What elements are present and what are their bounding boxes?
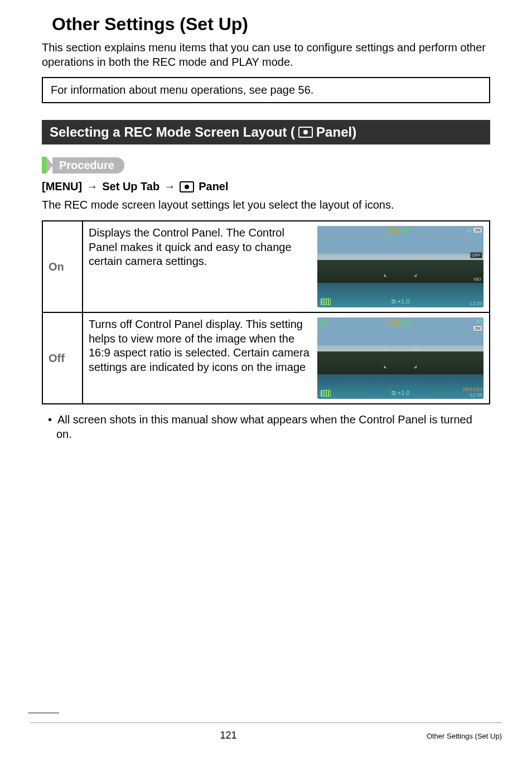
ev-icon: ⧉ bbox=[391, 298, 396, 305]
ev-indicator: ⧉ +1.0 bbox=[391, 389, 410, 397]
shot-count: 62 bbox=[477, 319, 482, 324]
ev-indicator: ⧉ +1.0 bbox=[391, 298, 410, 305]
size-badge: 2M bbox=[473, 227, 482, 233]
page-footer: 121 Other Settings (Set Up) bbox=[0, 722, 532, 757]
rec-panel-icon bbox=[180, 181, 194, 192]
settings-table: On Displays the Control Panel. The Contr… bbox=[42, 220, 490, 404]
procedure-steps: [MENU] → Set Up Tab → Panel bbox=[42, 180, 490, 193]
rec-panel-icon bbox=[298, 127, 313, 138]
procedure-label: Procedure bbox=[52, 157, 124, 173]
procedure-accent bbox=[42, 157, 46, 173]
procedure-menu: [MENU] bbox=[42, 180, 82, 193]
camera-icon: ◉ bbox=[389, 320, 399, 327]
date-label: 08/12/24 bbox=[463, 387, 482, 392]
camera-screenshot-on: ◉ ⊕ ⌜⌝⌞⌟ 62 2M OFF ISO bbox=[317, 226, 483, 307]
ev-icon: ⧉ bbox=[391, 389, 396, 396]
section-header-prefix: Selecting a REC Mode Screen Layout ( bbox=[50, 124, 295, 140]
row-text-off: Turns off Control Panel display. This se… bbox=[89, 317, 309, 399]
focus-brackets-icon: ⌜⌝⌞⌟ bbox=[384, 347, 417, 369]
footer-section-label: Other Settings (Set Up) bbox=[427, 732, 502, 740]
section-header-suffix: Panel) bbox=[316, 124, 356, 140]
arrow-icon: → bbox=[86, 180, 98, 193]
procedure-panel: Panel bbox=[199, 180, 228, 193]
flash-off-badge: OFF bbox=[470, 252, 482, 258]
bottom-left-icons bbox=[321, 298, 331, 305]
film-icon bbox=[321, 298, 331, 305]
camera-icon: ◉ bbox=[389, 228, 399, 236]
section-header: Selecting a REC Mode Screen Layout ( Pan… bbox=[42, 120, 490, 144]
mode-icon: ⊕ bbox=[402, 320, 412, 327]
row-text-on: Displays the Control Panel. The Control … bbox=[89, 226, 309, 307]
mode-icon: ⊕ bbox=[402, 228, 412, 236]
page-title: Other Settings (Set Up) bbox=[52, 14, 490, 35]
control-panel-strip: 62 2M OFF ISO 12:38 bbox=[463, 227, 482, 306]
page-number: 121 bbox=[30, 730, 427, 741]
table-row: Off Turns off Control Panel display. Thi… bbox=[42, 312, 490, 404]
note-text: All screen shots in this manual show wha… bbox=[56, 413, 472, 440]
right-info: 62 2M 08/12/24 12:38 bbox=[458, 319, 482, 398]
row-label-off: Off bbox=[42, 312, 83, 404]
arrow-icon: → bbox=[164, 180, 175, 193]
table-row: On Displays the Control Panel. The Contr… bbox=[42, 221, 490, 312]
focus-brackets-icon: ⌜⌝⌞⌟ bbox=[384, 255, 417, 278]
procedure-setup: Set Up Tab bbox=[102, 180, 159, 193]
top-icons: ◉ ⊕ bbox=[317, 228, 483, 236]
layout-description: The REC mode screen layout settings let … bbox=[42, 199, 490, 211]
shot-count: 62 bbox=[466, 228, 472, 233]
size-badge: 2M bbox=[473, 325, 482, 331]
manual-page: Other Settings (Set Up) This section exp… bbox=[0, 0, 532, 757]
camera-screenshot-off: ☻ ◉ ⊕ ⌜⌝⌞⌟ 62 2M bbox=[317, 317, 483, 399]
ev-value: +1.0 bbox=[398, 298, 410, 305]
iso-badge: ISO bbox=[472, 277, 482, 282]
time-label: 12:38 bbox=[470, 301, 482, 306]
footer-accent bbox=[28, 712, 59, 713]
row-body-cell: Turns off Control Panel display. This se… bbox=[83, 312, 490, 404]
film-icon bbox=[321, 390, 331, 397]
info-box: For information about menu operations, s… bbox=[42, 77, 490, 103]
time-label: 12:38 bbox=[463, 392, 482, 398]
row-label-on: On bbox=[42, 221, 83, 312]
procedure-badge: Procedure bbox=[42, 157, 490, 173]
note-bullet: • All screen shots in this manual show w… bbox=[42, 412, 490, 441]
ev-value: +1.0 bbox=[398, 389, 410, 396]
row-body-cell: Displays the Control Panel. The Control … bbox=[83, 221, 490, 312]
intro-text: This section explains menu items that yo… bbox=[42, 40, 490, 69]
bottom-left-icons bbox=[321, 390, 331, 397]
